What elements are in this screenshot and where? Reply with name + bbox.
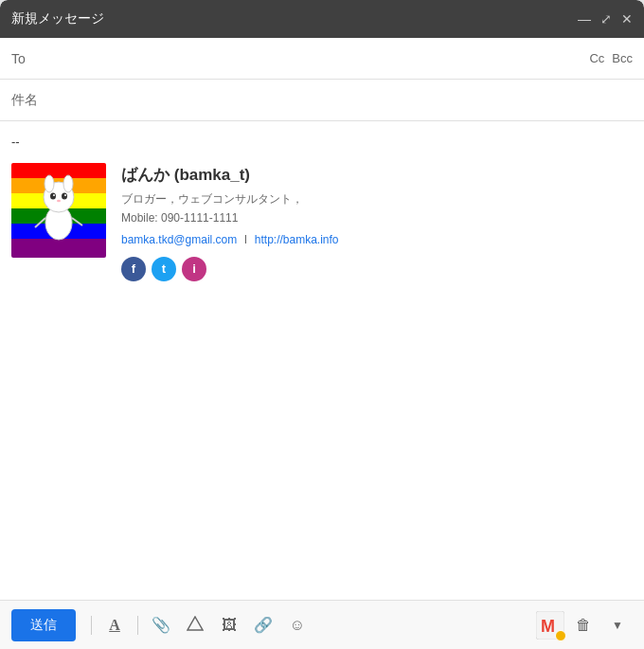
svg-text:M: M xyxy=(541,617,555,636)
toolbar-divider-1 xyxy=(91,616,92,635)
svg-marker-11 xyxy=(188,617,203,630)
attachment-icon: 📎 xyxy=(152,616,170,634)
image-icon: 🖼 xyxy=(222,617,237,634)
cc-bcc-controls: Cc Bcc xyxy=(589,51,633,65)
svg-line-10 xyxy=(72,218,82,225)
instagram-icon[interactable]: i xyxy=(182,257,206,281)
toolbar-right: M 🗑 ▼ xyxy=(536,610,633,640)
compose-toolbar: 送信 A 📎 🖼 🔗 ☺ xyxy=(0,600,644,649)
formatting-button[interactable]: A xyxy=(99,610,130,640)
chevron-down-icon: ▼ xyxy=(612,619,623,632)
title-controls: — ⤢ ✕ xyxy=(578,12,633,26)
avatar-character xyxy=(30,171,87,246)
minimize-button[interactable]: — xyxy=(578,12,591,26)
svg-line-9 xyxy=(35,218,45,227)
to-input[interactable] xyxy=(40,49,589,68)
signature-info: ばんか (bamka_t) ブロガー，ウェブコンサルタント， Mobile: 0… xyxy=(121,163,633,281)
signature-name: ばんか (bamka_t) xyxy=(121,163,633,188)
svg-point-2 xyxy=(45,175,54,192)
toolbar-divider-2 xyxy=(137,616,138,635)
signature-separator: -- xyxy=(11,133,633,152)
signature-title: ブロガー，ウェブコンサルタント， xyxy=(121,190,633,207)
window-title: 新規メッセージ xyxy=(11,10,104,27)
close-button[interactable]: ✕ xyxy=(621,12,633,26)
signature-email[interactable]: bamka.tkd@gmail.com xyxy=(121,233,237,246)
subject-input[interactable] xyxy=(59,91,633,110)
link-button[interactable]: 🔗 xyxy=(248,610,278,640)
body-area[interactable]: -- xyxy=(0,121,644,600)
to-label: To xyxy=(11,51,40,66)
signature-separator-char: I xyxy=(244,233,247,246)
signature-block: ばんか (bamka_t) ブロガー，ウェブコンサルタント， Mobile: 0… xyxy=(11,163,633,281)
send-button[interactable]: 送信 xyxy=(11,609,76,641)
svg-point-4 xyxy=(50,192,56,199)
emoji-icon: ☺ xyxy=(290,617,305,634)
title-bar: 新規メッセージ — ⤢ ✕ xyxy=(0,0,644,38)
image-button[interactable]: 🖼 xyxy=(214,610,244,640)
svg-point-6 xyxy=(53,194,55,196)
cc-button[interactable]: Cc xyxy=(589,51,604,65)
bcc-button[interactable]: Bcc xyxy=(612,51,633,65)
svg-point-3 xyxy=(63,175,73,192)
attachment-button[interactable]: 📎 xyxy=(146,610,176,640)
delete-button[interactable]: 🗑 xyxy=(568,610,599,640)
formatting-icon: A xyxy=(109,617,120,634)
drive-button[interactable] xyxy=(180,610,210,640)
signature-contact: bamka.tkd@gmail.com I http://bamka.info xyxy=(121,230,633,249)
svg-point-7 xyxy=(64,194,66,196)
signature-avatar xyxy=(11,163,106,258)
compose-window: 新規メッセージ — ⤢ ✕ To Cc Bcc 件名 -- xyxy=(0,0,644,649)
drive-icon xyxy=(187,616,204,635)
twitter-icon[interactable]: t xyxy=(152,257,176,281)
delete-icon: 🗑 xyxy=(576,617,591,634)
svg-point-5 xyxy=(62,192,67,199)
to-row: To Cc Bcc xyxy=(0,38,644,80)
link-icon: 🔗 xyxy=(254,616,273,634)
subject-label: 件名 xyxy=(11,92,59,109)
subject-row: 件名 xyxy=(0,80,644,121)
expand-button[interactable]: ⤢ xyxy=(600,12,612,26)
avatar-background xyxy=(11,163,106,258)
signature-mobile: Mobile: 090-1111-1111 xyxy=(121,209,633,226)
emoji-button[interactable]: ☺ xyxy=(282,610,313,640)
more-options-button[interactable]: ▼ xyxy=(602,610,633,640)
signature-website[interactable]: http://bamka.info xyxy=(255,233,339,246)
gmail-logo: M xyxy=(536,611,564,640)
social-icons: f t i xyxy=(121,257,633,281)
svg-point-8 xyxy=(57,199,61,201)
facebook-icon[interactable]: f xyxy=(121,257,146,281)
